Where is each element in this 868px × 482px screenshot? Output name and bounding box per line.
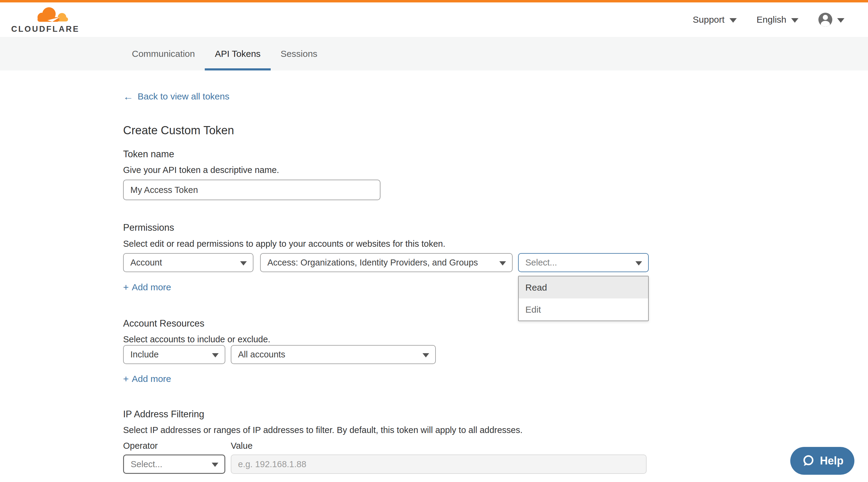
menu-option-read[interactable]: Read [519,277,648,298]
back-link[interactable]: ← Back to view all tokens [123,91,229,102]
chevron-down-icon [423,353,429,357]
header: CLOUDFLARE Support English [0,2,868,37]
support-menu-label: Support [693,14,725,25]
chevron-down-icon [636,261,642,265]
back-link-label: Back to view all tokens [137,91,229,102]
permissions-heading: Permissions [123,222,174,233]
permissions-add-more-link[interactable]: + Add more [123,282,171,292]
back-arrow-icon: ← [123,91,133,102]
tab-sessions[interactable]: Sessions [271,37,328,70]
help-button[interactable]: Help [790,447,855,475]
menu-option-edit[interactable]: Edit [519,298,648,321]
user-avatar-icon [818,13,832,27]
language-menu-label: English [757,14,786,25]
header-nav: Support English [693,13,868,27]
token-name-heading: Token name [123,149,174,160]
plus-icon: + [123,374,129,384]
page: CLOUDFLARE Support English Communication… [0,0,868,482]
help-button-label: Help [820,454,843,467]
chevron-down-icon [212,463,218,467]
account-resources-description: Select accounts to include or exclude. [123,334,270,345]
account-resources-add-more-link[interactable]: + Add more [123,374,171,384]
ip-filtering-description: Select IP addresses or ranges of IP addr… [123,425,523,435]
cloudflare-logo-text: CLOUDFLARE [11,25,80,34]
permissions-add-more-label: Add more [132,282,171,292]
chevron-down-icon [791,18,799,23]
chat-bubble-icon [801,454,815,468]
cloudflare-logo[interactable]: CLOUDFLARE [11,6,80,34]
permission-group-value: Access: Organizations, Identity Provider… [267,258,478,268]
account-menu[interactable] [818,13,844,27]
chevron-down-icon [212,353,219,357]
page-title: Create Custom Token [123,124,234,137]
ip-value-input[interactable] [231,454,647,474]
account-resources-heading: Account Resources [123,318,205,329]
tab-communication[interactable]: Communication [122,37,205,70]
chevron-down-icon [837,18,844,23]
tab-api-tokens[interactable]: API Tokens [205,37,270,70]
permission-scope-select[interactable]: Account [123,253,253,272]
value-label: Value [231,441,252,451]
token-name-input[interactable] [123,180,380,200]
token-name-description: Give your API token a descriptive name. [123,165,279,175]
permission-access-select[interactable]: Select... [518,253,649,272]
support-menu[interactable]: Support [693,14,737,25]
ip-filtering-heading: IP Address Filtering [123,409,204,420]
resource-accounts-select[interactable]: All accounts [231,345,436,364]
chevron-down-icon [240,261,247,265]
resource-mode-select[interactable]: Include [123,345,225,364]
permission-access-value: Select... [525,258,557,268]
cloudflare-cloud-icon [35,6,70,24]
ip-operator-value: Select... [131,459,162,469]
resource-mode-value: Include [130,350,159,359]
operator-label: Operator [123,441,158,451]
ip-operator-select[interactable]: Select... [123,454,225,474]
chevron-down-icon [730,18,737,23]
tab-bar: Communication API Tokens Sessions [0,37,868,70]
plus-icon: + [123,282,129,292]
language-menu[interactable]: English [757,14,799,25]
permission-group-select[interactable]: Access: Organizations, Identity Provider… [260,253,513,272]
permissions-description: Select edit or read permissions to apply… [123,239,445,249]
brand-accent-bar [0,0,868,2]
permission-scope-value: Account [130,258,162,268]
chevron-down-icon [499,261,506,265]
resource-accounts-value: All accounts [238,350,285,359]
access-options-menu: Read Edit [518,276,649,321]
account-resources-add-more-label: Add more [132,374,171,384]
